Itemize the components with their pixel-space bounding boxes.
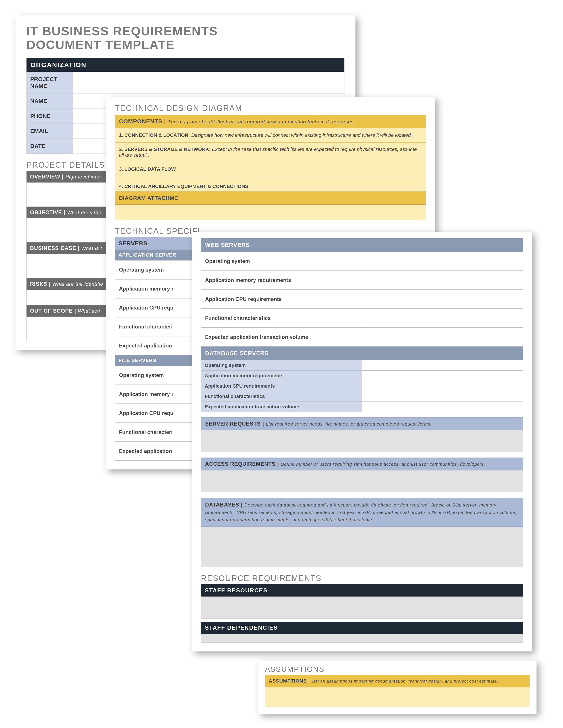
row2-label: 2. SERVERS & STORAGE & NETWORK:	[119, 146, 211, 152]
web-row-mem: Application memory requirements	[201, 271, 523, 290]
db-vol-label: Expected application transaction volume	[201, 402, 362, 412]
field-project-name[interactable]	[73, 72, 345, 94]
web-cpu-label: Application CPU requirements	[201, 290, 362, 309]
label-date: DATE	[27, 139, 73, 154]
web-mem-label: Application memory requirements	[201, 271, 362, 290]
db-cpu-label: Application CPU requirements	[201, 381, 362, 391]
component-row-4: 4. CRITICAL ANCILLARY EQUIPMENT & CONNEC…	[115, 181, 426, 192]
databases-body[interactable]	[201, 527, 523, 567]
diagram-attach-body[interactable]	[115, 205, 426, 220]
assumptions-body[interactable]	[265, 687, 530, 707]
web-mem-val[interactable]	[362, 271, 523, 290]
databases-header: DATABASES | Describe each database requi…	[201, 498, 523, 527]
staff-dependencies-header: STAFF DEPENDENCIES	[201, 622, 523, 634]
web-vol-label: Expected application transaction volume	[201, 328, 362, 347]
assumptions-title: ASSUMPTIONS	[265, 665, 530, 674]
web-servers-header: WEB SERVERS	[201, 238, 523, 252]
web-func-label: Functional characteristics	[201, 309, 362, 328]
doc-title: IT BUSINESS REQUIREMENTS DOCUMENT TEMPLA…	[26, 24, 345, 51]
label-phone: PHONE	[27, 109, 73, 124]
web-func-val[interactable]	[362, 309, 523, 328]
title-line-1: IT BUSINESS REQUIREMENTS	[26, 24, 218, 38]
component-row-3: 3. LOGICAL DATA FLOW	[115, 162, 426, 181]
row1-text: Designate how new infrastructure will co…	[191, 132, 412, 138]
db-func-val[interactable]	[362, 391, 523, 402]
bar-overview-hint: High-level infor	[65, 174, 101, 180]
db-mem-label: Application memory requirements	[201, 371, 362, 381]
server-requests-body[interactable]	[201, 430, 523, 452]
label-project-name: PROJECT NAME	[27, 72, 73, 94]
title-line-2: DOCUMENT TEMPLATE	[26, 38, 175, 52]
assumptions-hint: List all assumptions impacting documenta…	[312, 679, 498, 683]
bar-objective-label: OBJECTIVE |	[30, 209, 65, 215]
components-hint: The diagram should illustrate all requir…	[168, 119, 357, 124]
db-os-label: Operating system	[201, 360, 362, 371]
assumptions-header: ASSUMPTIONS | List all assumptions impac…	[265, 675, 530, 687]
label-name: NAME	[27, 94, 73, 109]
access-req-body[interactable]	[201, 470, 523, 492]
bar-out-of-scope-hint: What acti	[78, 308, 100, 314]
db-table: Operating system Application memory requ…	[201, 360, 523, 412]
web-vol-val[interactable]	[362, 328, 523, 347]
tech-design-title: TECHNICAL DESIGN DIAGRAM	[115, 104, 426, 113]
bar-overview-label: OVERVIEW |	[30, 174, 64, 180]
label-email: EMAIL	[27, 124, 73, 139]
web-os-label: Operating system	[201, 252, 362, 271]
bar-objective-hint: What does the	[67, 210, 101, 215]
resource-req-title: RESOURCE REQUIREMENTS	[201, 574, 523, 583]
access-req-header: ACCESS REQUIREMENTS | Define number of u…	[201, 458, 523, 470]
web-cpu-val[interactable]	[362, 290, 523, 309]
web-row-cpu: Application CPU requirements	[201, 290, 523, 309]
access-req-label: ACCESS REQUIREMENTS |	[205, 461, 279, 467]
bar-out-of-scope-label: OUT OF SCOPE |	[30, 308, 76, 314]
component-row-1: 1. CONNECTION & LOCATION: Designate how …	[115, 128, 426, 142]
server-requests-hint: List required server needs, file names, …	[266, 422, 432, 426]
component-row-2: 2. SERVERS & STORAGE & NETWORK: Except i…	[115, 142, 426, 162]
components-header: COMPONENTS | The diagram should illustra…	[115, 115, 426, 128]
diagram-attachments: DIAGRAM ATTACHME	[115, 192, 426, 205]
web-row-os: Operating system	[201, 252, 523, 271]
bar-risks-label: RISKS |	[30, 281, 51, 287]
databases-hint: Describe each database required and its …	[205, 503, 517, 522]
row1-label: 1. CONNECTION & LOCATION:	[119, 132, 190, 138]
web-row-func: Functional characteristics	[201, 309, 523, 328]
staff-resources-body[interactable]	[201, 597, 523, 619]
db-servers-header: DATABASE SERVERS	[201, 347, 523, 360]
server-requests-header: SERVER REQUESTS | List required server n…	[201, 417, 523, 430]
page-4: ASSUMPTIONS ASSUMPTIONS | List all assum…	[258, 660, 537, 714]
access-req-hint: Define number of users requiring simulta…	[280, 462, 485, 467]
staff-resources-header: STAFF RESOURCES	[201, 584, 523, 597]
server-requests-label: SERVER REQUESTS |	[205, 421, 264, 427]
databases-label: DATABASES |	[205, 502, 242, 508]
db-func-label: Functional characteristics	[201, 391, 362, 402]
bar-risks-hint: What are the identifie	[52, 281, 103, 287]
bar-business-case-label: BUSINESS CASE |	[30, 245, 79, 251]
db-mem-val[interactable]	[362, 371, 523, 381]
db-cpu-val[interactable]	[362, 381, 523, 391]
web-row-vol: Expected application transaction volume	[201, 328, 523, 347]
components-label: COMPONENTS |	[119, 118, 166, 125]
db-vol-val[interactable]	[362, 402, 523, 412]
staff-dependencies-body[interactable]	[201, 634, 523, 643]
db-os-val[interactable]	[362, 360, 523, 371]
web-os-val[interactable]	[362, 252, 523, 271]
bar-business-case-hint: What is t	[81, 246, 102, 251]
organization-header: ORGANIZATION	[26, 58, 345, 72]
assumptions-label: ASSUMPTIONS |	[269, 678, 310, 684]
page-3: WEB SERVERS Operating system Application…	[192, 232, 532, 651]
